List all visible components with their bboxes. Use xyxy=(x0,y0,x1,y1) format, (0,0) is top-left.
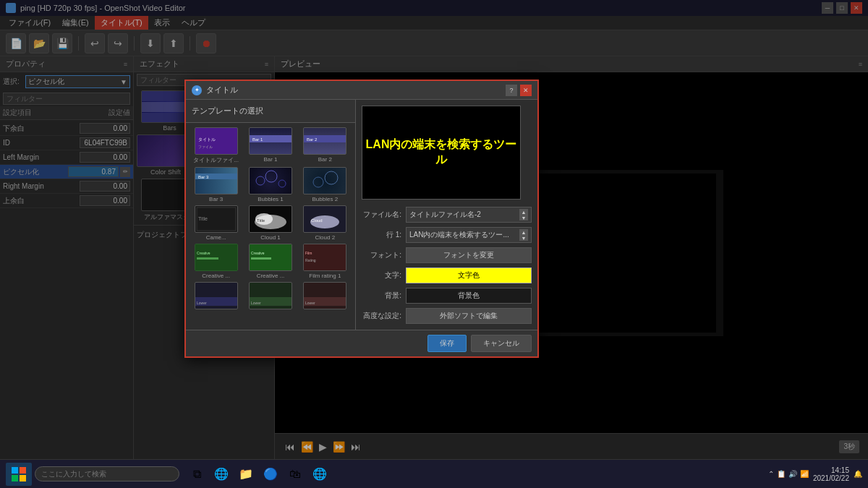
chrome-icon[interactable]: 🔵 xyxy=(259,463,282,486)
filename-value[interactable]: タイトルファイル名-2 ▲ ▼ xyxy=(406,207,532,223)
template-thumb-bar1: Bar 1 xyxy=(249,127,292,155)
text-color-row: 文字: 文字色 xyxy=(362,267,532,283)
svg-text:ファイル: ファイル xyxy=(198,145,213,149)
settings-preview: LAN内の端末を検索するツール xyxy=(362,106,521,200)
template-item-bar1[interactable]: Bar 1 Bar 1 xyxy=(244,127,296,164)
template-item-titlefile[interactable]: タイトルファイル タイトルファイ... xyxy=(190,127,242,164)
template-item-creative1[interactable]: Creative Creative ... xyxy=(190,244,242,279)
filename-row: ファイル名: タイトルファイル名-2 ▲ ▼ xyxy=(362,207,532,223)
taskbar-sys-icons: ⌃ 📋 🔊 📶 xyxy=(768,470,809,478)
template-thumb-creative2: Creative xyxy=(249,244,292,271)
explorer-icon[interactable]: 📁 xyxy=(234,463,258,486)
settings-panel: LAN内の端末を検索するツール ファイル名: タイトルファイル名-2 ▲ ▼ 行… xyxy=(356,100,537,330)
svg-text:Bar 3: Bar 3 xyxy=(198,175,209,179)
svg-text:Lower: Lower xyxy=(197,301,207,305)
template-label-film: Film rating 1 xyxy=(309,273,341,279)
template-thumb-titlefile: タイトルファイル xyxy=(195,127,238,155)
template-item-lower2[interactable]: Lower xyxy=(244,282,296,311)
template-thumb-came: Title xyxy=(195,205,238,233)
template-item-came[interactable]: Title Came... xyxy=(190,205,242,241)
template-label-came: Came... xyxy=(206,234,226,241)
svg-text:Creative: Creative xyxy=(251,251,265,255)
template-item-lower3[interactable]: Lower xyxy=(299,282,351,311)
taskbar-search-input[interactable] xyxy=(35,466,179,481)
svg-text:Cloud: Cloud xyxy=(311,218,323,223)
template-label-cloud2: Cloud 2 xyxy=(315,234,336,241)
font-row: フォント: フォントを変更 xyxy=(362,247,532,263)
template-label-creative2: Creative ... xyxy=(257,273,285,279)
svg-rect-41 xyxy=(20,467,26,474)
clock-date: 2021/02/22 xyxy=(813,474,849,482)
template-panel: テンプレートの選択 タイトルファイル タイトルファイ... Bar 1 Bar … xyxy=(186,100,356,330)
task-view-button[interactable]: ⧉ xyxy=(185,463,208,486)
template-item-bar3[interactable]: Bar 3 Bar 3 xyxy=(190,167,242,202)
taskbar-right: ⌃ 📋 🔊 📶 14:15 2021/02/22 🔔 xyxy=(768,466,862,482)
save-button[interactable]: 保存 xyxy=(427,335,467,352)
row1-value[interactable]: LAN内の端末を検索するツー... ▲ ▼ xyxy=(406,227,532,243)
preview-text: LAN内の端末を検索するツール xyxy=(362,134,520,171)
template-thumb-lower1: Lower xyxy=(195,282,238,309)
store-icon[interactable]: 🛍 xyxy=(284,463,307,486)
start-button[interactable] xyxy=(6,463,32,486)
svg-point-15 xyxy=(278,180,286,187)
template-thumb-lower2: Lower xyxy=(249,282,292,309)
sys-icon-1: ⌃ xyxy=(768,470,774,478)
template-item-bubbles2[interactable]: Bubbles 2 xyxy=(299,167,351,202)
template-header: テンプレートの選択 xyxy=(186,100,355,123)
row1-spin-up[interactable]: ▲ xyxy=(519,229,528,235)
svg-rect-43 xyxy=(20,475,26,481)
template-label-bubbles1: Bubbles 1 xyxy=(258,196,284,202)
dialog-title: タイトル xyxy=(206,85,238,95)
template-item-bar2[interactable]: Bar 2 Bar 2 xyxy=(299,127,351,164)
svg-text:Title: Title xyxy=(257,218,265,223)
row1-spin-down[interactable]: ▼ xyxy=(519,235,528,241)
text-color-button[interactable]: 文字色 xyxy=(406,267,532,283)
template-item-cloud2[interactable]: Cloud Cloud 2 xyxy=(299,205,351,241)
taskbar-clock[interactable]: 14:15 2021/02/22 xyxy=(813,466,849,482)
filename-text: タイトルファイル名-2 xyxy=(409,210,481,220)
network-icon[interactable]: 🌐 xyxy=(308,463,331,486)
template-item-cloud1[interactable]: Title Cloud 1 xyxy=(244,205,296,241)
notification-icon[interactable]: 🔔 xyxy=(854,470,862,478)
cancel-button[interactable]: キャンセル xyxy=(471,335,532,352)
sys-icon-2: 📋 xyxy=(777,470,786,478)
template-thumb-cloud1: Title xyxy=(249,205,292,233)
sys-icon-3: 🔊 xyxy=(788,470,797,478)
template-label-bubbles2: Bubbles 2 xyxy=(312,196,339,202)
template-item-bubbles1[interactable]: Bubbles 1 xyxy=(244,167,296,202)
template-item-creative2[interactable]: Creative Creative ... xyxy=(244,244,296,279)
svg-point-17 xyxy=(325,171,338,184)
dialog-close-button[interactable]: ✕ xyxy=(520,85,532,96)
svg-text:Title: Title xyxy=(198,216,208,221)
svg-rect-42 xyxy=(12,475,18,481)
edge-icon[interactable]: 🌐 xyxy=(210,463,233,486)
row1-label: 行 1: xyxy=(362,230,401,240)
filename-spin-down[interactable]: ▼ xyxy=(519,215,528,221)
dialog-icon: ✦ xyxy=(192,85,202,95)
template-item-film[interactable]: FilmRating Film rating 1 xyxy=(299,244,351,279)
svg-rect-27 xyxy=(197,257,218,260)
dialog-help-button[interactable]: ? xyxy=(506,85,517,96)
taskbar: ⧉ 🌐 📁 🔵 🛍 🌐 ⌃ 📋 🔊 📶 14:15 2021/02/22 🔔 xyxy=(0,459,868,488)
filename-label: ファイル名: xyxy=(362,210,401,220)
svg-text:Film: Film xyxy=(305,251,312,255)
template-label-bar3: Bar 3 xyxy=(209,196,223,202)
filename-spin-up[interactable]: ▲ xyxy=(519,209,528,215)
template-item-lower1[interactable]: Lower xyxy=(190,282,242,311)
advanced-button[interactable]: 外部ソフトで編集 xyxy=(406,308,532,324)
template-thumb-cloud2: Cloud xyxy=(303,205,346,233)
template-thumb-creative1: Creative xyxy=(195,244,238,271)
font-change-button[interactable]: フォントを変更 xyxy=(406,247,532,263)
template-label-bar2: Bar 2 xyxy=(318,156,332,163)
advanced-row: 高度な設定: 外部ソフトで編集 xyxy=(362,308,532,324)
template-grid: タイトルファイル タイトルファイ... Bar 1 Bar 1 Bar 2 Ba… xyxy=(186,123,355,315)
template-label-bar1: Bar 1 xyxy=(263,156,277,163)
template-thumb-film: FilmRating xyxy=(303,244,346,271)
font-label: フォント: xyxy=(362,250,401,260)
template-thumb-bar3: Bar 3 xyxy=(195,167,238,194)
bg-color-row: 背景: 背景色 xyxy=(362,288,532,304)
bg-color-button[interactable]: 背景色 xyxy=(406,288,532,304)
dialog-body: テンプレートの選択 タイトルファイル タイトルファイ... Bar 1 Bar … xyxy=(186,100,537,330)
svg-rect-30 xyxy=(251,257,271,260)
svg-rect-40 xyxy=(12,467,18,474)
